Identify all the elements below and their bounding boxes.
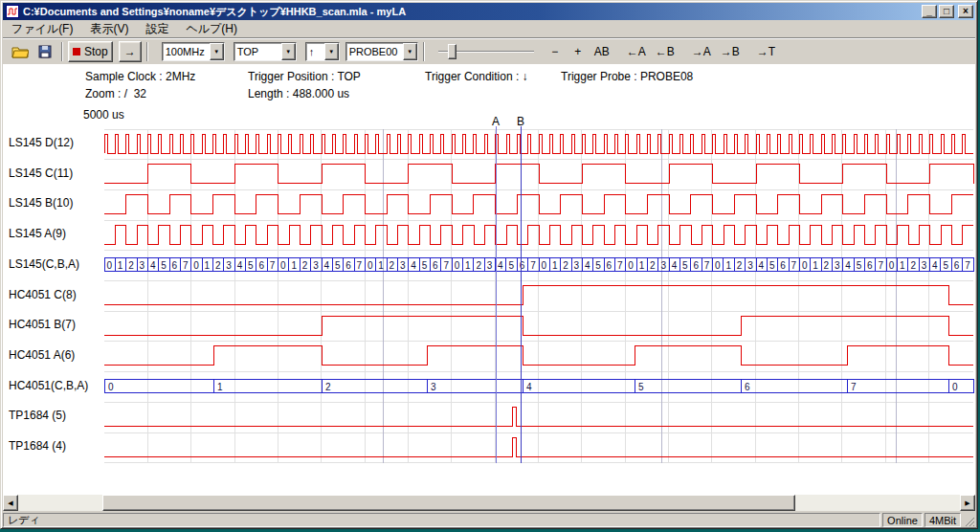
trigger-position-select[interactable]: TOP ▼	[234, 42, 297, 61]
online-status: Online	[882, 513, 923, 527]
goto-cursor-a-button[interactable]: →A	[687, 41, 716, 62]
waveform-trace	[104, 225, 973, 244]
bus-value: 5	[509, 260, 515, 271]
menu-view[interactable]: 表示(V)	[81, 19, 137, 39]
bus-value: 5	[769, 260, 775, 271]
trigger-edge-select[interactable]: ↑ ▼	[305, 42, 340, 61]
bus-value: 6	[745, 382, 750, 392]
scroll-left-button[interactable]: ◀	[3, 495, 18, 511]
resize-grip[interactable]	[963, 513, 975, 527]
set-cursor-a-button[interactable]: ←A	[622, 41, 651, 62]
bus-value: 6	[258, 260, 264, 271]
scroll-right-button[interactable]: ▶	[960, 495, 975, 511]
bus-value: 2	[650, 260, 656, 271]
bus-value: 3	[487, 260, 493, 271]
toolbar-separator	[423, 42, 425, 61]
stop-button[interactable]: Stop	[68, 41, 113, 62]
bus-value: 0	[542, 260, 547, 271]
bus-value: 1	[639, 260, 645, 271]
scrollbar-thumb[interactable]	[102, 495, 795, 511]
goto-trigger-button[interactable]: →T	[752, 41, 780, 62]
maximize-button[interactable]: □	[939, 5, 954, 18]
bus-value: 1	[900, 260, 905, 271]
chevron-down-icon[interactable]: ▼	[210, 43, 224, 60]
bus-value: 7	[878, 260, 883, 271]
waveform-svg: 0123456701234567012345670123456701234567…	[3, 64, 975, 495]
titlebar[interactable]: C:¥Documents and Settings¥noname¥デスクトップ¥…	[3, 3, 975, 20]
bus-value: 6	[433, 260, 438, 271]
bus-value: 5	[248, 260, 254, 271]
cursor-ab-button[interactable]: AB	[590, 41, 614, 62]
bus-value: 4	[585, 260, 590, 271]
chevron-down-icon[interactable]: ▼	[324, 43, 339, 60]
horizontal-scrollbar[interactable]: ◀ ▶	[3, 495, 975, 511]
bus-value: 3	[922, 260, 927, 271]
bus-value: 0	[108, 382, 114, 392]
bus-value: 4	[845, 260, 851, 271]
bus-value: 3	[747, 260, 753, 271]
toolbar-separator	[61, 42, 63, 61]
chevron-down-icon[interactable]: ▼	[403, 43, 417, 60]
zoom-out-button[interactable]: −	[544, 41, 567, 62]
bus-value: 6	[693, 260, 699, 271]
bus-value: 2	[737, 260, 743, 271]
set-cursor-b-button[interactable]: ←B	[651, 41, 679, 62]
bus-value: 5	[944, 260, 949, 271]
bus-value: 3	[313, 260, 319, 271]
slider-thumb[interactable]	[448, 44, 457, 59]
bus-value: 5	[682, 260, 688, 271]
bus-value: 7	[357, 260, 363, 271]
menu-settings[interactable]: 設定	[137, 19, 177, 39]
bus-value: 3	[660, 260, 666, 271]
status-message: レディ	[3, 513, 880, 527]
bus-value: 1	[118, 260, 123, 271]
bus-value: 0	[368, 260, 373, 271]
toolbar: Stop → 100MHz ▼ TOP ▼ ↑ ▼ PROBE00 ▼ − + …	[3, 39, 975, 64]
bus-value: 4	[759, 260, 765, 271]
close-button[interactable]: ×	[958, 5, 973, 18]
trigger-probe-select[interactable]: PROBE00 ▼	[345, 42, 418, 61]
bus-value: 5	[638, 382, 644, 392]
bus-value: 7	[791, 260, 797, 271]
save-button[interactable]	[33, 41, 56, 62]
bus-value: 1	[291, 260, 297, 271]
bus-value: 7	[270, 260, 276, 271]
menu-help[interactable]: ヘルプ(H)	[177, 19, 246, 39]
bus-value: 0	[193, 260, 199, 271]
bus-value: 4	[672, 260, 678, 271]
bus-value: 2	[302, 260, 308, 271]
bus-value: 6	[345, 260, 351, 271]
bus-value: 3	[400, 260, 406, 271]
goto-cursor-b-button[interactable]: →B	[716, 41, 745, 62]
bus-value: 0	[715, 260, 721, 271]
bus-value: 4	[411, 260, 416, 271]
bus-value: 1	[552, 260, 558, 271]
bus-value: 6	[954, 260, 960, 271]
bus-value: 3	[431, 382, 436, 392]
zoom-slider[interactable]	[436, 42, 536, 61]
minimize-button[interactable]: _	[922, 5, 937, 18]
bus-value: 0	[455, 260, 460, 271]
bus-value: 6	[607, 260, 612, 271]
bus-value: 4	[237, 260, 243, 271]
bus-value: 4	[150, 260, 156, 271]
bus-value: 3	[140, 260, 145, 271]
bus-value: 6	[780, 260, 786, 271]
bus-value: 2	[824, 260, 830, 271]
open-button[interactable]	[7, 41, 33, 62]
bus-value: 4	[526, 382, 532, 392]
waveform-trace	[104, 194, 973, 213]
bus-value: 2	[128, 260, 134, 271]
scrollbar-track[interactable]	[18, 495, 960, 511]
bus-value: 0	[280, 260, 286, 271]
menu-file[interactable]: ファイル(F)	[3, 19, 81, 39]
run-button[interactable]: →	[119, 41, 142, 62]
bus-value: 5	[422, 260, 428, 271]
bus-value: 7	[530, 260, 536, 271]
bus-value: 4	[498, 260, 503, 271]
zoom-in-button[interactable]: +	[567, 41, 590, 62]
bus-value: 7	[965, 260, 970, 271]
sample-clock-select[interactable]: 100MHz ▼	[162, 42, 225, 61]
bus-value: 3	[574, 260, 580, 271]
chevron-down-icon[interactable]: ▼	[281, 43, 296, 60]
